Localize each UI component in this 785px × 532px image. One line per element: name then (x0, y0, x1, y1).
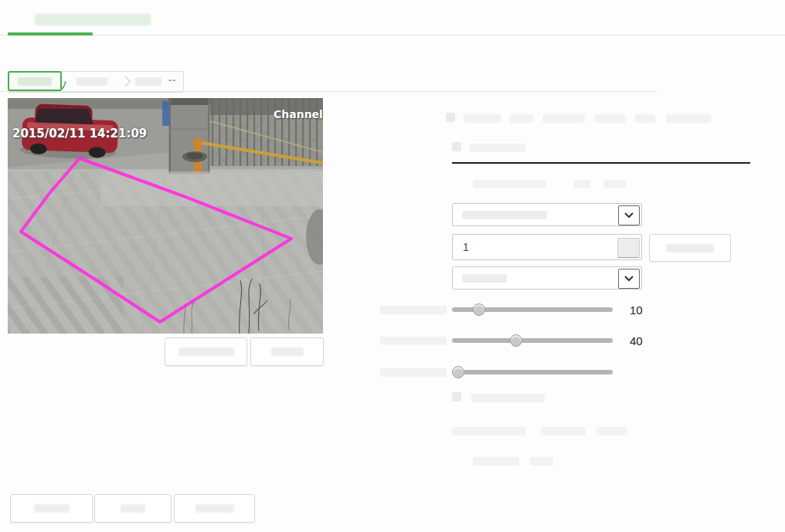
slider-1-value: 10 (630, 303, 643, 317)
mode-selected-value (462, 274, 507, 283)
input-adorner-button[interactable] (617, 238, 640, 258)
slider-3-label (380, 368, 447, 377)
faded-text (470, 144, 525, 152)
steps-divider (0, 91, 657, 92)
slider-handle-2[interactable] (510, 334, 522, 347)
page-title (35, 14, 151, 25)
faded-text (542, 114, 585, 123)
steps-overflow-indicator: -- (168, 74, 177, 86)
faded-text (573, 180, 590, 188)
faded-text (635, 114, 655, 123)
clear-button-label (271, 347, 304, 356)
draw-area-button[interactable] (165, 337, 247, 366)
next-button[interactable] (94, 494, 172, 523)
panel-icon (446, 113, 455, 122)
slider-2-label (380, 337, 447, 345)
slider-1[interactable] (452, 303, 613, 316)
slider-3[interactable] (452, 366, 613, 378)
rule-number-input[interactable] (452, 234, 642, 260)
step-tab-3-label (135, 77, 161, 86)
vca-rule-settings-page: -- (0, 0, 785, 532)
step-tab-2-label (76, 77, 107, 86)
slider-1-label (380, 306, 447, 314)
save-button-label (195, 504, 234, 513)
step-tab-tail-decor (59, 80, 66, 91)
previous-button[interactable] (10, 494, 93, 523)
faded-text (510, 114, 533, 123)
slider-2[interactable] (452, 334, 613, 347)
faded-text (471, 394, 545, 402)
side-action-button[interactable] (649, 234, 731, 262)
rule-type-select[interactable] (452, 203, 642, 226)
video-preview-canvas[interactable]: 2015/02/11 14:21:09 Channel 1 (8, 98, 323, 334)
faded-text (473, 457, 519, 466)
draw-area-button-label (178, 347, 234, 356)
faded-text (604, 180, 626, 188)
osd-timestamp: 2015/02/11 14:21:09 (12, 127, 147, 141)
save-button[interactable] (174, 494, 255, 523)
checkbox-ghost[interactable] (452, 142, 461, 151)
chevron-down-icon[interactable] (618, 205, 640, 225)
slider-2-track[interactable] (452, 338, 613, 343)
faded-text (596, 427, 627, 435)
faded-text (452, 427, 525, 435)
slider-handle-3[interactable] (452, 366, 464, 378)
next-button-label (121, 504, 145, 513)
faded-text (530, 457, 553, 466)
checkbox-ghost[interactable] (452, 392, 461, 402)
step-tab-2[interactable] (68, 71, 116, 91)
osd-channel-label: Channel 1 (274, 108, 323, 120)
faded-text (464, 114, 501, 123)
step-tab-1[interactable] (8, 71, 62, 91)
section-divider (452, 162, 750, 164)
slider-3-track[interactable] (452, 370, 613, 374)
slider-2-value: 40 (630, 334, 643, 347)
faded-text (666, 114, 711, 123)
mode-select[interactable] (452, 266, 642, 290)
step-tab-1-label (18, 77, 52, 86)
faded-text (595, 114, 626, 123)
side-action-button-label (666, 244, 714, 252)
active-tab-underline (8, 32, 93, 36)
chevron-down-icon[interactable] (618, 269, 640, 289)
header-divider (0, 35, 785, 36)
previous-button-label (34, 504, 70, 513)
slider-handle-1[interactable] (473, 303, 485, 316)
step-tab-3[interactable] (131, 71, 165, 91)
faded-text (541, 427, 586, 435)
faded-text (473, 180, 546, 188)
rule-type-selected-value (462, 211, 547, 219)
clear-button[interactable] (250, 337, 324, 366)
